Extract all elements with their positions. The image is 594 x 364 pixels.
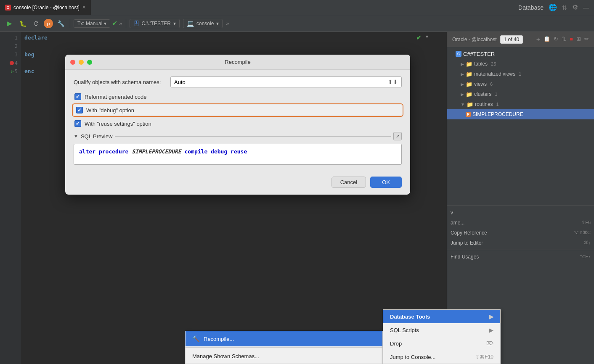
find-usages-label: Find Usages bbox=[451, 254, 479, 260]
proc-icon: P bbox=[466, 112, 471, 117]
line-num-3: 3 bbox=[0, 50, 21, 59]
history-button[interactable]: ⏱ bbox=[30, 18, 42, 29]
console-dropdown[interactable]: 💻 console ▾ bbox=[183, 19, 223, 28]
recompile-dialog[interactable]: Recompile Qualify objects with schema na… bbox=[65, 55, 410, 195]
sub-jump-console-item[interactable]: Jump to Console... ⇧⌘F10 bbox=[383, 350, 500, 364]
tables-count: 25 bbox=[491, 61, 496, 66]
console-label: console bbox=[196, 21, 214, 26]
folder-icon-matviews: 📁 bbox=[466, 71, 472, 77]
tab-bar: O console [Oracle - @localhost] ✕ Databa… bbox=[0, 0, 594, 15]
tl-minimize[interactable] bbox=[79, 60, 84, 65]
db-copy-icon[interactable]: 📋 bbox=[544, 36, 550, 43]
sub-sql-scripts-item[interactable]: SQL Scripts ▶ bbox=[383, 323, 500, 337]
folder-icon-clusters: 📁 bbox=[466, 91, 472, 98]
settings-gear-icon[interactable]: ⚙ bbox=[572, 3, 578, 11]
jump-editor-shortcut: ⌘↓ bbox=[584, 240, 591, 245]
db-connection-label: Oracle - @localhost bbox=[452, 37, 497, 42]
menu-copy-name-item[interactable]: ame... ⇧F6 bbox=[447, 218, 594, 228]
tx-dropdown[interactable]: Tx: Manual ▾ bbox=[74, 19, 110, 28]
db-clusters-item[interactable]: ▶ 📁 clusters 1 bbox=[447, 89, 594, 99]
menu-jump-editor-item[interactable]: Jump to Editor ⌘↓ bbox=[447, 238, 594, 248]
db-views-item[interactable]: ▶ 📁 views 6 bbox=[447, 79, 594, 89]
menu-find-usages-item[interactable]: Find Usages ⌥F7 bbox=[447, 252, 594, 262]
db-refresh-icon[interactable]: ↻ bbox=[554, 36, 558, 43]
tab-close-icon[interactable]: ✕ bbox=[82, 5, 86, 10]
main-tab[interactable]: O console [Oracle - @localhost] ✕ bbox=[0, 0, 91, 15]
tables-label: tables bbox=[474, 61, 488, 67]
sub-jump-console-label: Jump to Console... bbox=[390, 354, 435, 360]
db-add-icon[interactable]: + bbox=[536, 36, 540, 43]
dialog-title: Recompile bbox=[225, 59, 250, 65]
sql-expand-button[interactable]: ↗ bbox=[393, 132, 402, 140]
db-grid-icon[interactable]: ⊞ bbox=[576, 36, 581, 43]
db-matviews-item[interactable]: ▶ 📁 materialized views 1 bbox=[447, 69, 594, 79]
menu-rename-item[interactable]: v bbox=[447, 208, 594, 218]
sql-kw-debug: debug bbox=[211, 148, 227, 155]
sub-db-tools-label: Database Tools bbox=[390, 314, 430, 320]
debug-checkbox[interactable]: ✔ bbox=[76, 107, 83, 113]
code-line-1: declare bbox=[24, 34, 443, 42]
line-numbers: 1 2 3 4 ▷5 bbox=[0, 32, 21, 364]
sql-kw-procedure: procedure bbox=[99, 148, 128, 155]
reuse-checkbox[interactable]: ✔ bbox=[74, 120, 81, 127]
expand-arrow-routines: ▼ bbox=[461, 102, 465, 107]
db-tables-item[interactable]: ▶ 📁 tables 25 bbox=[447, 59, 594, 69]
traffic-lights bbox=[70, 60, 92, 65]
sub-sql-scripts-arrow: ▶ bbox=[489, 327, 493, 333]
schema-dropdown[interactable]: 🗄 C##TESTER ▾ bbox=[130, 19, 180, 28]
sep1 bbox=[70, 19, 70, 28]
reformat-checkbox[interactable]: ✔ bbox=[74, 93, 81, 100]
ctx-manage-schemas-item[interactable]: Manage Shown Schemas... bbox=[186, 348, 382, 364]
sql-expand-arrow[interactable]: ▼ bbox=[74, 134, 78, 139]
cancel-button[interactable]: Cancel bbox=[331, 177, 366, 188]
dialog-footer: Cancel OK bbox=[65, 171, 410, 195]
sub-drop-item[interactable]: Drop ⌦ bbox=[383, 337, 500, 350]
tl-close[interactable] bbox=[70, 60, 75, 65]
sub-db-tools-item[interactable]: Database Tools ▶ bbox=[383, 310, 500, 323]
line-num-2: 2 bbox=[0, 42, 21, 50]
check-icon: ✔ bbox=[112, 19, 117, 27]
ctx-manage-label: Manage Shown Schemas... bbox=[192, 353, 259, 359]
run-button[interactable]: ▶ bbox=[3, 18, 15, 29]
menu-copy-ref-item[interactable]: Copy Reference ⌥⇧⌘C bbox=[447, 228, 594, 238]
recompile-icon: 🔨 bbox=[192, 335, 199, 342]
db-schema-item[interactable]: C C##TESTER bbox=[447, 49, 594, 59]
split-icon: ⇅ bbox=[562, 4, 567, 11]
qualify-value: Auto bbox=[174, 79, 186, 85]
find-usages-shortcut: ⌥F7 bbox=[580, 254, 591, 259]
db-stop-icon[interactable]: ■ bbox=[570, 36, 573, 43]
sql-hr bbox=[115, 136, 391, 137]
db-procedure-item[interactable]: P SIMPLEPROCEDURE bbox=[447, 109, 594, 119]
sql-kw-compile: compile bbox=[184, 148, 207, 155]
line-num-1: 1 bbox=[0, 34, 21, 42]
schema-label: C##TESTER bbox=[142, 21, 171, 26]
tools-button[interactable]: 🔧 bbox=[55, 18, 66, 29]
ok-button[interactable]: OK bbox=[370, 177, 402, 188]
forward-icon: » bbox=[119, 20, 122, 26]
debug-label: With "debug" option bbox=[86, 107, 134, 113]
debug-button[interactable]: 🐛 bbox=[17, 18, 29, 29]
sql-kw-reuse: reuse bbox=[231, 148, 247, 155]
breakpoint-dot bbox=[10, 61, 14, 65]
sub-sql-scripts-label: SQL Scripts bbox=[390, 327, 419, 333]
sql-preview-header: ▼ SQL Preview ↗ bbox=[74, 132, 402, 140]
db-routines-item[interactable]: ▼ 📁 routines 1 bbox=[447, 99, 594, 109]
profile-badge: p bbox=[44, 19, 53, 28]
tl-maximize[interactable] bbox=[87, 60, 92, 65]
copy-ref-shortcut: ⌥⇧⌘C bbox=[573, 230, 591, 235]
sql-kw-alter: alter bbox=[79, 148, 95, 155]
line-num-5: ▷5 bbox=[0, 67, 21, 76]
ctx-recompile-item[interactable]: 🔨 Recompile... bbox=[186, 331, 382, 346]
sub-jump-console-shortcut: ⇧⌘F10 bbox=[475, 354, 493, 360]
copy-name-shortcut: ⇧F6 bbox=[581, 220, 591, 225]
schema-chevron: ▾ bbox=[173, 21, 176, 26]
console-icon: 💻 bbox=[187, 20, 194, 27]
expand-arrow-views: ▶ bbox=[461, 82, 464, 87]
minimize-icon[interactable]: — bbox=[583, 4, 589, 11]
procedure-name: SIMPLEPROCEDURE bbox=[472, 111, 523, 117]
sub-db-tools-arrow: ▶ bbox=[489, 314, 493, 320]
qualify-select[interactable]: Auto ⬆⬇ bbox=[170, 76, 402, 87]
keyword-beg: beg bbox=[24, 50, 34, 59]
db-filter-icon[interactable]: ⇅ bbox=[562, 36, 566, 43]
db-edit-icon[interactable]: ✏ bbox=[584, 36, 589, 43]
